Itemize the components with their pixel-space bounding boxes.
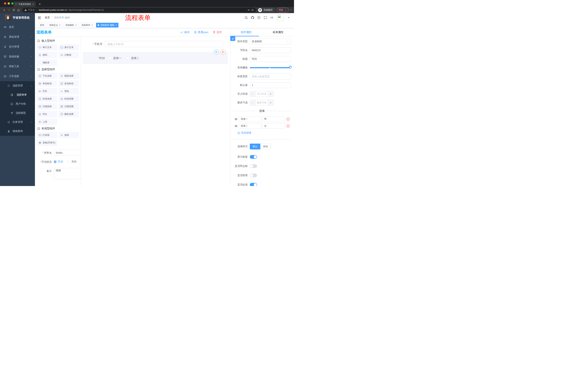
tab-close-icon[interactable]: × — [116, 24, 117, 26]
link-icon[interactable] — [230, 36, 235, 41]
component-时间范围[interactable]: 时间范围 — [59, 96, 79, 102]
component-下拉选择[interactable]: 下拉选择 — [37, 73, 57, 79]
canvas-field-gender-selected[interactable]: *性别 选项一选项二 — [83, 52, 228, 64]
input-标签宽度[interactable] — [250, 74, 291, 79]
bookmark-star-icon[interactable] — [251, 9, 254, 11]
tab-close-icon[interactable] — [32, 3, 34, 5]
github-icon[interactable] — [251, 16, 254, 19]
view-json-button[interactable]: 查看json — [194, 31, 208, 34]
sidebar-item-流程管理[interactable]: 流程管理 — [0, 81, 35, 90]
font-size-icon[interactable]: TT — [270, 16, 273, 19]
component-行容器[interactable]: 行容器 — [37, 132, 57, 138]
tags-view-tab-流程表单[interactable]: 流程表单× — [80, 23, 94, 28]
sidebar-item-流程模型[interactable]: 流程模型 — [0, 108, 35, 117]
component-日期范围[interactable]: 日期范围 — [59, 103, 79, 110]
minus-button[interactable]: − — [250, 100, 255, 105]
component-密码[interactable]: 密码 — [37, 52, 57, 58]
component-颜色选择[interactable]: 颜色选择 — [59, 111, 79, 117]
menu-dots-icon[interactable] — [284, 9, 287, 11]
status-radio-off[interactable]: 关闭 — [67, 160, 76, 163]
sidebar-collapse-icon[interactable] — [37, 16, 42, 20]
sidebar-item-研发工具[interactable]: 研发工具 — [0, 62, 35, 71]
tags-view-tab-流程模型[interactable]: 流程模型× — [64, 23, 78, 28]
form-remark-textarea[interactable]: 嘿嘿 — [54, 168, 81, 179]
sidebar-item-用户分组[interactable]: 用户分组 — [0, 99, 35, 108]
switch-是否禁用[interactable] — [250, 174, 257, 177]
component-滑块[interactable]: 滑块 — [59, 88, 79, 94]
delete-component-button[interactable] — [220, 50, 225, 55]
forward-icon[interactable] — [7, 8, 11, 12]
switch-显示标签[interactable] — [250, 155, 257, 159]
tab-close-icon[interactable]: × — [75, 24, 77, 26]
back-icon[interactable] — [2, 8, 7, 12]
plus-button[interactable]: + — [268, 100, 273, 105]
plus-button[interactable]: + — [268, 91, 273, 97]
sidebar-item-任务管理[interactable]: 任务管理 — [0, 117, 35, 127]
logo[interactable]: 芋道管理系统 — [0, 13, 35, 22]
slider-表单栅格[interactable] — [250, 65, 291, 71]
remove-option-icon[interactable] — [286, 124, 290, 128]
option-text-input[interactable] — [239, 123, 261, 129]
caret-down-icon[interactable] — [290, 9, 292, 11]
help-icon[interactable] — [257, 16, 261, 19]
sidebar-item-流程表单[interactable]: 流程表单 — [0, 90, 35, 99]
component-日期选择[interactable]: 日期选择 — [37, 103, 57, 110]
sidebar-item-系统管理[interactable]: 系统管理 — [0, 32, 35, 42]
tab-close-icon[interactable]: × — [59, 24, 60, 26]
canvas-field-phone[interactable]: *手机号 — [81, 41, 223, 47]
add-option-button[interactable]: 添加选项 — [237, 131, 291, 135]
component-表格[开发中][interactable]: 表格[开发中] — [37, 139, 57, 146]
checkbox-box-icon[interactable] — [127, 57, 129, 60]
slider-handle[interactable] — [289, 66, 292, 68]
drag-handle-icon[interactable] — [234, 117, 238, 121]
sidebar-item-基础设施[interactable]: 基础设施 — [0, 52, 35, 62]
sidebar-item-工作流程[interactable]: 工作流程 — [0, 71, 35, 81]
option-value-input[interactable] — [262, 123, 285, 129]
component-开关[interactable]: 开关 — [37, 88, 57, 94]
address-bar[interactable]: 不安全 dashboard.yudao.iocoder.cn/bpm/manag… — [22, 8, 256, 12]
props-tab-组件属性[interactable]: 组件属性 — [230, 28, 262, 36]
props-tab-表单属性[interactable]: 表单属性 — [262, 28, 294, 36]
component-单选框组[interactable]: 单选框组 — [37, 80, 57, 87]
component-时间选择[interactable]: 时间选择 — [37, 96, 57, 102]
sidebar-item-请假查询[interactable]: 请假查询 — [0, 127, 35, 136]
input-标题[interactable] — [250, 56, 291, 62]
component-编辑器[interactable]: 编辑器 — [37, 60, 57, 66]
window-minimize-button[interactable] — [8, 2, 10, 5]
switch-是否必填[interactable] — [250, 183, 257, 186]
style-option-按钮[interactable]: 按钮 — [260, 144, 271, 149]
clear-button[interactable]: 清空 — [213, 31, 222, 34]
tags-view-tab-流程定义[interactable]: 流程定义× — [47, 23, 62, 28]
reload-icon[interactable] — [11, 8, 16, 12]
fullscreen-icon[interactable] — [264, 16, 267, 19]
component-上传[interactable]: 上传 — [37, 119, 57, 125]
breadcrumb-home[interactable]: 首页 — [45, 16, 50, 19]
checkbox-选项二[interactable]: 选项二 — [127, 56, 139, 60]
remove-option-icon[interactable] — [286, 117, 290, 121]
chevron-down-icon[interactable] — [287, 16, 290, 19]
save-button[interactable]: 保存 — [180, 31, 189, 34]
option-text-input[interactable] — [239, 116, 261, 122]
phone-input[interactable] — [105, 41, 223, 47]
avatar[interactable] — [277, 14, 284, 21]
checkbox-选项一[interactable]: 选项一 — [109, 56, 121, 60]
tags-view-tab-首页[interactable]: 首页 — [38, 23, 46, 28]
tab-close-icon[interactable]: × — [92, 24, 93, 26]
stepper-至少应选[interactable]: −至少应选+ — [250, 91, 273, 97]
sidebar-item-支付管理[interactable]: 支付管理 — [0, 42, 35, 52]
component-单行文本[interactable]: 单行文本 — [37, 44, 57, 50]
input-默认值[interactable] — [250, 82, 291, 88]
style-option-默认[interactable]: 默认 — [250, 144, 260, 149]
component-多选框组[interactable]: 多选框组 — [59, 80, 79, 87]
component-评分[interactable]: 评分 — [37, 111, 57, 117]
component-按钮[interactable]: 按钮 — [59, 132, 79, 138]
search-icon[interactable] — [244, 16, 248, 19]
new-tab-button[interactable] — [37, 2, 42, 6]
switch-是否带边框[interactable] — [250, 164, 257, 168]
form-name-input[interactable] — [54, 150, 81, 156]
option-value-input[interactable] — [262, 116, 285, 122]
home-icon[interactable] — [16, 8, 21, 12]
copy-component-button[interactable] — [214, 50, 219, 55]
component-多行文本[interactable]: 多行文本 — [59, 44, 79, 50]
form-canvas[interactable]: *手机号 *性别 选项一选项二 — [81, 36, 230, 186]
